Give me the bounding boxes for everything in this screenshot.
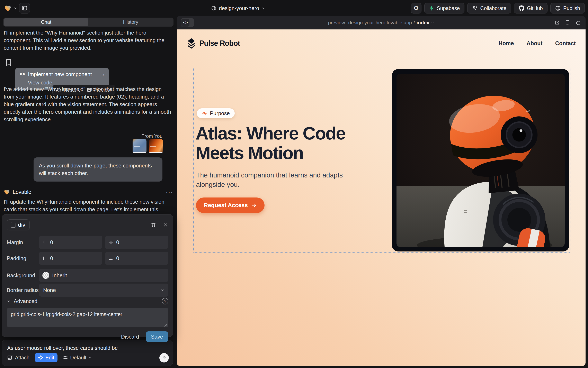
phone-icon [565, 20, 570, 25]
tab-chat[interactable]: Chat [4, 18, 88, 26]
refresh-icon [575, 20, 581, 25]
site-canvas: Pulse Robot Home About Contact Purpose A… [177, 29, 586, 366]
discard-button[interactable]: Discard [121, 334, 139, 340]
margin-x-input[interactable]: 0 [39, 236, 102, 249]
hero-heading: Atlas: Where Code Meets Motion [196, 123, 345, 163]
margin-label: Margin [7, 239, 39, 246]
border-radius-label: Border radius [7, 287, 39, 293]
arrow-up-icon [162, 355, 167, 360]
chevron-down-icon[interactable] [13, 6, 17, 10]
attach-image-icon [7, 355, 13, 360]
margin-horizontal-icon [42, 240, 47, 245]
send-button[interactable] [159, 353, 169, 362]
request-access-button[interactable]: Request Access [196, 197, 265, 213]
padding-label: Padding [7, 255, 39, 261]
collaborate-button[interactable]: Collaborate [467, 3, 511, 13]
preview-url-bar[interactable]: preview--design-your-hero.lovable.app / … [177, 16, 586, 29]
globe-icon [211, 6, 217, 11]
chat-input-text[interactable]: As user mouse roll over, these cards sho… [7, 345, 168, 351]
assistant-message: I've added a new "Why Humanoid" section … [4, 85, 173, 123]
open-in-new-tab-button[interactable] [554, 20, 560, 25]
chevron-down-icon [160, 288, 164, 292]
github-button[interactable]: GitHub [514, 3, 548, 13]
top-bar: design-your-hero ⚙ Supabase Collaborate … [0, 0, 588, 16]
lovable-heart-icon [4, 189, 10, 195]
chevron-down-icon [262, 7, 265, 10]
bookmark-icon[interactable] [6, 59, 11, 66]
site-logo[interactable]: Pulse Robot [187, 38, 240, 49]
background-label: Background [7, 272, 39, 279]
component-card-title: Implement new component [28, 71, 92, 77]
github-icon [519, 5, 524, 11]
help-icon[interactable]: ? [162, 298, 168, 304]
user-message-bubble: As you scroll down the page, these compo… [34, 157, 162, 182]
refresh-button[interactable] [575, 20, 581, 25]
preview-toolbar: <> preview--design-your-hero.lovable.app… [177, 16, 586, 29]
mode-select[interactable]: Default [63, 355, 92, 361]
margin-vertical-icon [108, 240, 113, 245]
hero-robot-card [392, 69, 569, 251]
nav-about[interactable]: About [527, 40, 543, 47]
element-tag: div [18, 222, 25, 228]
supabase-bolt-icon [429, 6, 434, 11]
sidebar-toggle-button[interactable] [19, 3, 30, 13]
preview-panel: <> preview--design-your-hero.lovable.app… [177, 16, 586, 366]
chevron-down-icon [431, 21, 434, 24]
external-link-icon [554, 20, 560, 25]
nav-contact[interactable]: Contact [555, 40, 576, 47]
project-switcher[interactable]: design-your-hero [211, 0, 265, 16]
publish-button[interactable]: Publish [550, 3, 585, 13]
attach-button[interactable]: Attach [7, 355, 29, 361]
more-options-icon[interactable]: ··· [166, 188, 173, 195]
nav-home[interactable]: Home [499, 40, 514, 47]
purpose-badge[interactable]: Purpose [197, 108, 235, 118]
mobile-view-button[interactable] [565, 20, 570, 25]
pulse-icon [202, 110, 208, 116]
publish-globe-icon [555, 5, 561, 11]
gear-icon: ⚙ [413, 5, 419, 11]
settings-button[interactable]: ⚙ [411, 3, 421, 13]
element-outline-icon [11, 222, 16, 228]
site-nav: Home About Contact [499, 40, 576, 47]
attachment-thumbnail-orange[interactable] [149, 139, 163, 153]
chevron-right-icon: › [103, 71, 104, 77]
hero-subheading: The humanoid companion that learns and a… [196, 171, 343, 189]
padding-vertical-icon [108, 256, 113, 261]
padding-x-input[interactable]: 0 [39, 252, 102, 265]
chevron-down-icon [88, 356, 92, 359]
selected-element-chip[interactable]: div [7, 219, 30, 230]
tab-history[interactable]: History [88, 18, 173, 26]
collaborate-people-icon [472, 5, 478, 11]
target-icon [38, 355, 43, 360]
padding-horizontal-icon [42, 256, 47, 261]
chat-sidebar: Chat History I'll implement the "Why Hum… [0, 16, 176, 368]
background-input[interactable]: Inherit [39, 269, 168, 282]
delete-element-button[interactable] [151, 222, 156, 228]
preview-url-host: preview--design-your-hero.lovable.app [328, 20, 412, 26]
close-icon [163, 222, 168, 227]
layers-logo-icon [187, 38, 196, 49]
lovable-logo-heart-icon[interactable] [4, 5, 11, 12]
from-you-label: From You [141, 133, 162, 139]
close-inspector-button[interactable] [163, 222, 168, 227]
save-button[interactable]: Save [146, 331, 168, 342]
chat-input-box[interactable]: As user mouse roll over, these cards sho… [2, 340, 173, 366]
attachment-thumbnail-blue[interactable] [133, 139, 146, 153]
border-radius-select[interactable]: None [39, 284, 168, 297]
margin-y-input[interactable]: 0 [105, 236, 168, 249]
supabase-button[interactable]: Supabase [424, 3, 465, 13]
tailwind-classes-textarea[interactable]: grid grid-cols-1 lg:grid-cols-2 gap-12 i… [7, 308, 168, 327]
padding-y-input[interactable]: 0 [105, 252, 168, 265]
sliders-icon [63, 355, 68, 360]
assistant-message: I'll implement the "Why Humanoid" sectio… [4, 29, 173, 52]
edit-mode-button[interactable]: Edit [35, 353, 57, 362]
preview-url-page: index [417, 20, 429, 26]
assistant-name: Lovable [13, 189, 31, 195]
advanced-section-toggle[interactable]: Advanced ? [7, 298, 168, 304]
robot-image [397, 74, 565, 247]
trash-icon [151, 222, 156, 228]
transparency-swatch-icon [42, 272, 49, 279]
chevron-down-icon [7, 299, 11, 303]
arrow-right-icon [251, 202, 257, 208]
code-icon: <> [20, 72, 25, 77]
